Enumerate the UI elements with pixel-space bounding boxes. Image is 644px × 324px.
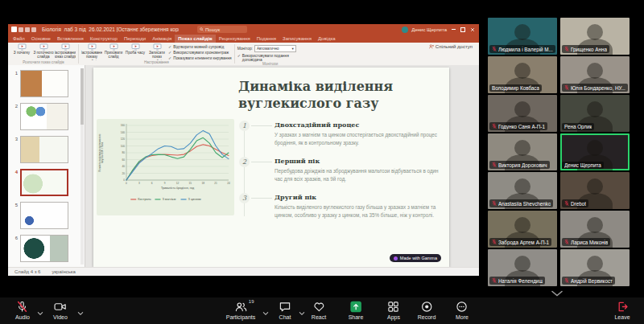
ribbon-tab-Конструктор[interactable]: Конструктор [87,35,121,43]
participant-name-label: Наталія Фелендиш [489,277,545,285]
restore-button[interactable] [460,24,466,35]
audio-options-chevron-icon[interactable] [37,305,43,310]
toolbar-chat-button[interactable]: Chat [279,301,291,320]
monitor-row: Монітор:Автоматично▾ [237,45,303,52]
save-icon[interactable] [19,27,23,32]
ribbon-checkbox[interactable]: ✓Використовувати хронометраж [168,51,232,55]
participant-name-label: Anastasiia Shevchenko [489,199,553,207]
slide-thumbnail-row: 3 [11,136,85,163]
slide-thumbnail-row: 5 [11,202,85,229]
toolbar-more-button[interactable]: More [456,301,469,320]
participant-tile[interactable]: Anastasiia Shevchenko [488,172,557,209]
video-options-chevron-icon[interactable] [77,305,84,310]
monitor-select[interactable]: Автоматично▾ [254,45,296,52]
ribbon-tab-Вставлення[interactable]: Вставлення [54,35,87,43]
slide-thumbnail-3[interactable] [20,136,68,163]
ribbon-checkbox[interactable]: ✓Відтворити мовний супровід [168,45,232,49]
ribbon-tab-Подання[interactable]: Подання [254,35,279,43]
participant-tile[interactable]: Наталія Фелендиш [488,249,557,286]
close-button[interactable] [469,24,476,35]
ribbon-tab-Записування[interactable]: Записування [279,35,315,43]
participant-name: Рена Орлик [564,124,592,129]
svg-text:9: 9 [164,182,166,185]
ribbon-button[interactable]: З поточного слайда [33,43,54,60]
thumbnail-number: 3 [11,136,18,141]
ribbon-button[interactable]: Приховати слайд [103,43,124,60]
monitor-label: Монітор: [237,47,253,51]
thumbnail-scrollbar[interactable] [80,68,84,265]
ribbon-button[interactable]: Проба часу [125,43,146,60]
participant-tile[interactable]: Юлія Бондаренко, НУ... [560,56,630,93]
ribbon-button[interactable]: Записати показ слайдів [147,43,167,60]
participant-name-label: Виктория Дорохович [489,161,550,169]
minimize-button[interactable] [450,24,456,35]
slideshow-monitor-icon [131,43,140,51]
participant-tile[interactable]: Андрій Вервикост [560,249,630,286]
slideshow-monitor-icon [88,43,97,51]
ribbon-tab-Переходи[interactable]: Переходи [121,35,149,43]
toolbar-audio-button[interactable]: Audio [15,301,30,320]
ribbon-tab-Показ слайдів[interactable]: Показ слайдів [175,35,215,43]
toolbar-record-button[interactable]: Record [418,301,436,320]
muted-mic-icon [564,46,569,52]
svg-text:Тривалість бродіння, год: Тривалість бродіння, год [161,187,195,190]
share-screen-icon [350,301,362,313]
svg-text:З цинком: З цинком [188,198,202,201]
participant-tile[interactable]: Грищенко Анна [560,18,630,55]
participant-tile[interactable]: Лариса Миконів [560,211,630,248]
ribbon-tab-Файл[interactable]: Файл [10,35,28,43]
thumbnail-scrollbar-thumb[interactable] [80,68,84,125]
participants-options-chevron-icon[interactable] [262,305,269,310]
search-box[interactable]: Пошук [197,26,247,33]
toolbar-participants-label: Participants [226,314,256,320]
current-slide[interactable]: 02040608010012014016003691215182124Трива… [93,68,449,267]
ribbon-button[interactable]: Настроюваний показ слайдів [55,43,76,60]
slide-thumbnail-1[interactable] [20,70,68,97]
ribbon-tab-Анімація[interactable]: Анімація [149,35,175,43]
ribbon-tab-Рецензування[interactable]: Рецензування [216,35,254,43]
zoom-meeting-window: Біологія_лаб 3 під_26.02.2021 [Останнє з… [0,0,644,324]
participant-tile[interactable]: Годунко Саня А-П-1 [488,95,557,132]
chat-options-chevron-icon[interactable] [299,305,305,310]
ribbon-button-label: З поточного слайда [33,51,54,59]
close-icon [470,27,475,32]
toolbar-leave-button[interactable]: Leave [614,301,630,320]
redo-icon[interactable] [31,27,36,32]
participant-tile[interactable]: Заброда Артем А-П-1 [488,211,557,248]
slide-canvas-area: 02040608010012014016003691215182124Трива… [85,65,479,268]
participant-tile[interactable]: Володимир Ковбаса [488,56,557,93]
share-document-button[interactable]: Спільний доступ [429,44,473,49]
participant-tile[interactable]: Рена Орлик [560,95,630,132]
checkmark-icon: ✓ [168,45,171,49]
toolbar-participants-button[interactable]: 19Participants [226,301,256,320]
slide-thumbnail-6[interactable] [20,235,68,262]
ppt-status-bar: Слайд 4 з 6 українська [8,267,479,276]
language-indicator[interactable]: українська [52,269,76,274]
ribbon-tab-Довідка[interactable]: Довідка [315,35,339,43]
toolbar-apps-button[interactable]: Apps [387,301,400,320]
slide-thumbnail-2[interactable] [20,103,68,130]
ribbon-checkbox-label: Використовувати хронометраж [173,51,229,55]
slide-thumbnail-5[interactable] [20,202,68,229]
toolbar-share-button[interactable]: Share [349,301,364,320]
ribbon-tab-Основне[interactable]: Основне [28,35,54,43]
slide-thumbnail-4[interactable] [20,169,68,196]
svg-text:3: 3 [138,182,140,185]
ribbon-checkbox[interactable]: ✓Використовувати подання доповідача [237,54,303,63]
participant-tile[interactable]: Денис Щерпита [560,133,630,170]
participant-tile[interactable]: Людмила і Валерій М... [488,18,557,55]
scroll-more-participants-icon[interactable] [550,286,564,294]
user-avatar[interactable] [402,27,408,33]
ribbon-button[interactable]: Настроювання показу слайдів [81,43,102,60]
ribbon-button[interactable]: З початку [11,43,32,60]
ribbon-group: З початкуЗ поточного слайдаНастроюваний … [11,43,76,65]
participant-tile[interactable]: Виктория Дорохович [488,133,557,170]
toolbar-video-button[interactable]: Video [53,301,68,320]
ribbon-checkbox[interactable]: ✓Показувати елементи керування [168,56,232,60]
quick-access-toolbar [11,27,36,32]
participant-name-label: Лариса Миконів [562,238,610,246]
undo-icon[interactable] [25,27,30,32]
participant-tile[interactable]: Drebot [560,172,630,209]
toolbar-react-button[interactable]: React [312,301,326,320]
gamma-badge-label: Made with Gamma [400,256,437,260]
